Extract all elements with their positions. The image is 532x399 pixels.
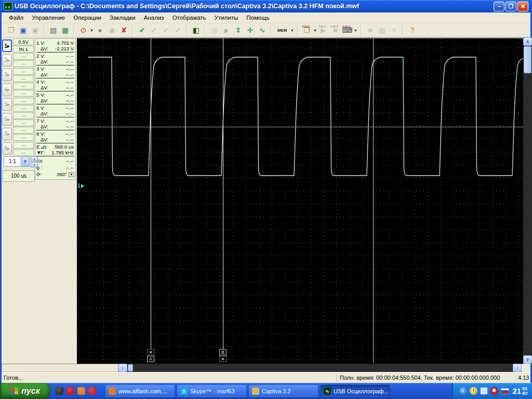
channel-1-marker[interactable]: 1 xyxy=(77,183,84,189)
channel-7-input-field[interactable]: --- xyxy=(13,134,34,141)
horizontal-scrollbar[interactable]: ‹ › xyxy=(118,364,522,372)
channel-4-input-field[interactable]: --- xyxy=(13,90,34,97)
cursor-a-line[interactable] xyxy=(151,38,151,349)
vertical-scroll-track[interactable] xyxy=(523,74,532,355)
channel-7-range-field[interactable]: --- xyxy=(13,127,34,134)
abc-open-icon[interactable]: ❐A:B+C xyxy=(301,24,313,36)
channel-1-input-field[interactable]: IN 1 xyxy=(13,46,34,52)
minimize-button[interactable]: – xyxy=(494,2,504,11)
task-usb-oscilloscope[interactable]: ∿USB Осциллограф... xyxy=(321,385,390,397)
scale-dropdown-icon[interactable]: ▼ xyxy=(21,156,30,167)
channel-2-range-field[interactable]: --- xyxy=(13,53,34,60)
apply-check-icon[interactable]: ✔ xyxy=(136,24,148,36)
channel-2-input-field[interactable]: --- xyxy=(13,60,34,67)
abc-tag-label: A:B+C xyxy=(330,25,338,28)
channel-5-button[interactable]: 5▸ xyxy=(2,98,12,111)
search-icon[interactable]: ⌕ xyxy=(220,24,232,36)
hide-tray-icons-chevron[interactable]: ‹ xyxy=(459,387,467,395)
task-captiva-folder[interactable]: Captiva 3.2 xyxy=(249,385,318,397)
opera-launch-icon[interactable] xyxy=(66,387,74,395)
channel-6-range-field[interactable]: --- xyxy=(13,112,34,119)
channel-1-range-field[interactable]: 0.5V xyxy=(13,38,34,45)
menu-item-8[interactable]: Помощь xyxy=(242,14,273,22)
scroll-up-icon[interactable]: ∧ xyxy=(523,37,532,46)
delete-icon[interactable]: ✘ xyxy=(118,24,130,36)
power-stop-icon-dropdown[interactable]: ▼ xyxy=(89,24,94,36)
channel-2-button[interactable]: 2▸ xyxy=(2,54,12,66)
cursor-b-label[interactable]: B xyxy=(219,349,227,355)
restore-button[interactable]: ❐ xyxy=(506,2,516,11)
spinner-down-icon[interactable]: ▼ xyxy=(31,162,38,167)
display-mode-icon[interactable]: ◧ xyxy=(190,24,202,36)
start-button[interactable]: пуск xyxy=(0,383,50,399)
channel-5-input-field[interactable]: --- xyxy=(13,105,34,112)
show-desktop-icon[interactable] xyxy=(56,387,63,395)
channel-8-button[interactable]: 8▸ xyxy=(2,142,12,155)
signal-wave-icon[interactable]: ∿ xyxy=(256,24,268,36)
rotation-dropdown-icon[interactable]: ▼ xyxy=(69,172,74,177)
dv-label: ΔV: xyxy=(41,111,50,116)
scroll-right-icon[interactable]: › xyxy=(513,364,522,372)
channel-8-input-field[interactable]: --- xyxy=(13,149,34,156)
spinner-up-icon[interactable]: ▲ xyxy=(31,156,38,162)
channel-3-input-field[interactable]: --- xyxy=(13,75,34,82)
abc-open-icon-dropdown[interactable]: ▼ xyxy=(313,24,317,36)
close-button[interactable]: ✕ xyxy=(517,2,528,11)
tray-language-flag-icon[interactable] xyxy=(501,388,509,394)
scroll-left-icon[interactable]: ‹ xyxy=(118,364,127,372)
channel-1-button[interactable]: 1▸ xyxy=(2,39,12,52)
export-image-icon[interactable]: ▦ xyxy=(59,24,71,36)
ch2-v-value: --.-- xyxy=(50,53,74,59)
channel-5-range-field[interactable]: --- xyxy=(13,98,34,104)
help-icon[interactable]: ? xyxy=(406,24,418,36)
channel-3-button[interactable]: 3▸ xyxy=(2,69,12,81)
task-alflash[interactable]: www.alflash.com.... xyxy=(105,385,175,397)
tray-opera-icon[interactable] xyxy=(490,387,498,395)
cursor-b-x-handle[interactable]: ✕ xyxy=(219,356,227,362)
scale-select[interactable]: 1:1 xyxy=(4,156,21,167)
fit-vertical-icon[interactable]: ⇕ xyxy=(232,24,244,36)
abc-keyboard-icon[interactable]: ⌨A:B+C xyxy=(341,24,353,36)
menu-item-3[interactable]: Операции xyxy=(69,14,105,22)
print-icon[interactable]: ▤ xyxy=(47,24,59,36)
waveform-canvas[interactable] xyxy=(77,38,523,363)
center-cross-icon[interactable]: ✛ xyxy=(244,24,256,36)
tray-clock-icon[interactable] xyxy=(470,387,477,395)
menu-item-2[interactable]: Управление xyxy=(28,14,69,22)
channel-6-input-field[interactable]: --- xyxy=(13,119,34,126)
ch3-v-value: --.-- xyxy=(50,66,74,72)
horizontal-scroll-thumb[interactable] xyxy=(128,364,133,371)
tray-network-icon[interactable] xyxy=(480,387,488,395)
channel-8-range-field[interactable]: --- xyxy=(13,142,34,149)
menu-item-5[interactable]: Анализ xyxy=(140,14,168,22)
power-stop-icon[interactable]: ⊙ xyxy=(77,24,89,36)
vertical-scrollbar[interactable]: ∧ ∨ xyxy=(523,37,532,364)
menu-item-6[interactable]: Отображать xyxy=(168,14,210,22)
vertical-scroll-thumb[interactable] xyxy=(524,46,531,73)
menu-item-7[interactable]: Утилиты xyxy=(210,14,243,22)
channel-6-button[interactable]: 6▸ xyxy=(2,113,12,126)
cursor-a-label[interactable]: A xyxy=(147,356,154,362)
channel-4-button[interactable]: 4▸ xyxy=(2,84,12,96)
abc-keyboard-icon-dropdown[interactable]: ▼ xyxy=(353,24,358,36)
f-marker-icon[interactable]: ▼ xyxy=(36,150,41,155)
menu-item-1[interactable]: Файл xyxy=(5,14,28,22)
memory-icon[interactable]: MEM xyxy=(274,24,290,36)
firefox-launch-icon[interactable] xyxy=(77,387,85,395)
channel-4-range-field[interactable]: --- xyxy=(13,83,34,89)
open-file-icon[interactable]: ❐ xyxy=(5,24,17,36)
channel-3-range-field[interactable]: --- xyxy=(13,68,34,75)
menu-item-4[interactable]: Закладки xyxy=(105,14,140,22)
scroll-down-icon[interactable]: ∨ xyxy=(523,355,532,364)
channel-7-button[interactable]: 7▸ xyxy=(2,128,12,140)
cursor-a-x-handle[interactable]: ✕ xyxy=(147,349,154,355)
task-skype[interactable]: SSkype™ - marf63 xyxy=(177,385,246,397)
cursor-b-line[interactable] xyxy=(223,38,223,349)
oscilloscope-display[interactable]: ✕ A B ✕ 1 xyxy=(77,37,523,364)
timebase-field[interactable]: 100 us xyxy=(3,170,35,182)
record-icon[interactable]: ● xyxy=(94,24,106,36)
horizontal-scroll-track[interactable] xyxy=(134,364,513,372)
media-launch-icon[interactable] xyxy=(88,387,96,395)
memory-icon-dropdown[interactable]: ▼ xyxy=(290,24,295,36)
save-file-icon[interactable]: ▣ xyxy=(17,24,29,36)
